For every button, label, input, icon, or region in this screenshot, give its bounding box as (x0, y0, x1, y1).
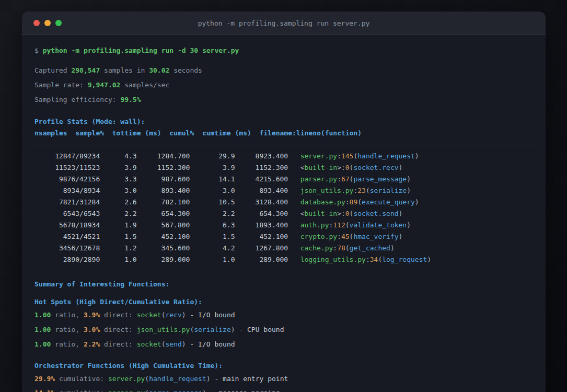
orchestrators-heading: Orchestrator Functions (High Cumulative … (34, 360, 533, 372)
cumul-pct-cell: 4.2 (190, 243, 235, 254)
window-title: python -m profiling.sampling run server.… (198, 19, 370, 27)
direct-pct-value: 3.0% (84, 326, 100, 333)
sample-rate-line: Sample rate: 9,947.02 samples/sec (34, 79, 533, 91)
sample-rate-label: Sample rate: (34, 81, 88, 89)
line-number: 89 (350, 198, 358, 206)
captured-mid-label: samples in (100, 66, 149, 74)
function-name: get_cached (350, 244, 390, 252)
line-number: 45 (341, 233, 350, 240)
ratio-value: 1.00 (34, 340, 51, 348)
sample-pct-cell: 1.9 (100, 220, 136, 231)
entry-note: - message parsing (206, 389, 280, 392)
efficiency-value: 99.5% (120, 96, 141, 103)
function-name: recv (166, 311, 182, 319)
hot-spots-heading: Hot Spots (High Direct/Cumulative Ratio)… (34, 296, 533, 308)
function-name: parse_message (353, 175, 407, 183)
line-number: 112 (333, 221, 345, 229)
cumul-pct-cell: 3.0 (190, 185, 235, 197)
orchestrator-item: 29.9% cumulative: server.py(handle_reque… (34, 373, 533, 385)
filename: built-in (305, 164, 338, 171)
filename: logging_utils.py (300, 256, 366, 263)
table-row: 11523/115233.91152.3003.91152.300<built-… (34, 162, 533, 174)
sample-rate-unit: samples/sec (120, 81, 169, 89)
close-button[interactable] (33, 20, 40, 26)
tottime-cell: 987.600 (137, 174, 190, 185)
table-row: 3456/126781.2345.6004.21267.800cache.py:… (34, 243, 533, 254)
cumtime-cell: 1267.800 (235, 243, 288, 254)
nsamples-cell: 5678/18934 (34, 220, 100, 231)
sample-pct-cell: 3.9 (100, 162, 136, 174)
module-name: parser.py (108, 389, 145, 392)
nsamples-cell: 12847/89234 (34, 151, 100, 162)
table-row: 7821/312842.6782.10010.53128.400database… (34, 197, 533, 208)
profile-columns-header: nsamples sample% tottime (ms) cumul% cum… (34, 128, 533, 139)
nsamples-cell: 3456/12678 (34, 243, 100, 254)
line-number: 34 (370, 256, 378, 263)
nsamples-cell: 11523/11523 (34, 162, 100, 174)
entry-note: - main entry point (211, 375, 288, 383)
filename: cache.py (300, 244, 333, 252)
nsamples-cell: 6543/6543 (34, 208, 100, 220)
profile-table: 12847/892344.31284.70029.98923.400server… (34, 151, 533, 266)
filename: built-in (305, 210, 338, 217)
captured-duration-value: 30.02 (149, 66, 169, 74)
ratio-value: 1.00 (34, 311, 51, 319)
ratio-value: 1.00 (34, 326, 51, 333)
filename: database.py (300, 198, 345, 206)
function-name: hmac_verify (353, 233, 398, 240)
captured-samples-value: 298,547 (71, 66, 100, 74)
sample-pct-cell: 1.0 (100, 254, 136, 266)
bound-note: - I/O bound (186, 311, 235, 319)
table-row: 6543/65432.2654.3002.2654.300<built-in>:… (34, 208, 533, 220)
function-name: handle_request (149, 375, 206, 383)
cumulative-pct-value: 14.1% (34, 389, 55, 392)
tottime-cell: 1284.700 (137, 151, 190, 162)
table-row: 8934/89343.0893.4003.0893.400json_utils.… (34, 185, 533, 197)
cumtime-cell: 1152.300 (235, 162, 288, 174)
function-name: parse_message (149, 389, 202, 392)
function-name: send (166, 340, 182, 348)
sample-pct-cell: 3.0 (100, 185, 136, 197)
line-number: 0 (345, 164, 350, 171)
window-titlebar[interactable]: python -m profiling.sampling run server.… (22, 11, 546, 35)
cumul-pct-cell: 29.9 (190, 151, 235, 162)
sample-pct-cell: 2.6 (100, 197, 136, 208)
tottime-cell: 289.000 (137, 254, 190, 266)
module-name: server.py (108, 375, 145, 383)
table-row: 4521/45211.5452.1001.5452.100crypto.py:4… (34, 231, 533, 243)
maximize-button[interactable] (55, 20, 62, 26)
bound-note: - I/O bound (186, 340, 235, 348)
captured-line: Captured 298,547 samples in 30.02 second… (34, 65, 533, 76)
cumul-pct-cell: 3.9 (190, 162, 235, 174)
sample-rate-value: 9,947.02 (88, 81, 121, 89)
filename: server.py (300, 152, 337, 160)
filename: parser.py (300, 175, 337, 183)
sample-pct-cell: 1.2 (100, 243, 136, 254)
sample-pct-cell: 2.2 (100, 208, 136, 220)
efficiency-label: Sampling efficiency: (34, 96, 120, 103)
cumul-pct-cell: 1.5 (190, 231, 235, 243)
function-name: socket.recv (353, 164, 398, 171)
line-number: 0 (345, 210, 350, 217)
direct-pct-value: 2.2% (84, 340, 100, 348)
orchestrators-list: 29.9% cumulative: server.py(handle_reque… (34, 373, 533, 392)
function-name: validate_token (350, 221, 407, 229)
line-number: 23 (357, 187, 366, 194)
window-controls (33, 11, 62, 34)
cumtime-cell: 452.100 (235, 231, 288, 243)
cumul-pct-cell: 2.2 (190, 208, 235, 220)
cumtime-cell: 1893.400 (235, 220, 288, 231)
minimize-button[interactable] (44, 20, 51, 26)
nsamples-cell: 7821/31284 (34, 197, 100, 208)
orchestrator-item: 14.1% cumulative: parser.py(parse_messag… (34, 387, 533, 392)
sample-pct-cell: 3.3 (100, 174, 136, 185)
hot-spot-item: 1.00 ratio, 2.2% direct: socket(send) - … (34, 339, 533, 350)
cumulative-pct-value: 29.9% (34, 375, 55, 383)
function-name: execute_query (362, 198, 415, 206)
table-row: 2890/28901.0289.0001.0289.000logging_uti… (34, 254, 533, 266)
module-name: json_utils.py (137, 326, 190, 333)
tottime-cell: 1152.300 (137, 162, 190, 174)
bound-note: - CPU bound (235, 326, 284, 333)
line-number: 145 (341, 152, 353, 160)
summary-heading: Summary of Interesting Functions: (34, 279, 533, 290)
